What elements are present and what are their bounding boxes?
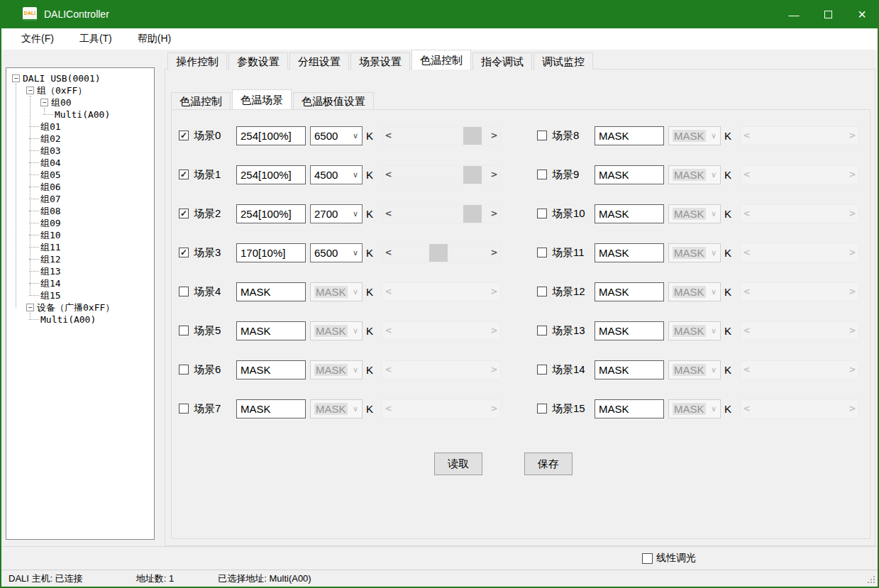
scroll-left-icon[interactable]: < [382, 244, 394, 262]
level-scrollbar[interactable]: <> [740, 360, 859, 379]
menu-item-0[interactable]: 文件(F) [11, 28, 64, 50]
color-temp-select[interactable]: 2700∨ [310, 204, 363, 223]
color-temp-select[interactable]: 4500∨ [310, 165, 363, 184]
tree-item[interactable]: 组04 [6, 157, 154, 169]
scene-level-input[interactable] [595, 321, 664, 340]
scroll-right-icon[interactable]: > [846, 205, 858, 223]
scroll-left-icon[interactable]: < [382, 205, 394, 223]
tree-item[interactable]: 组05 [6, 169, 154, 181]
close-button[interactable]: × [845, 0, 879, 28]
tab-色温控制[interactable]: 色温控制 [411, 50, 471, 70]
scene-checkbox[interactable]: ✓ [179, 170, 189, 179]
scroll-left-icon[interactable]: < [382, 400, 394, 418]
menu-item-1[interactable]: 工具(T) [70, 28, 122, 50]
scrollbar-thumb[interactable] [463, 166, 482, 184]
scrollbar-thumb[interactable] [463, 205, 482, 223]
scroll-right-icon[interactable]: > [488, 205, 500, 223]
tree-item[interactable]: −DALI USB(0001) [6, 72, 154, 84]
tree-collapse-icon[interactable]: − [40, 99, 48, 106]
level-scrollbar[interactable]: <> [740, 243, 859, 262]
scroll-right-icon[interactable]: > [488, 166, 500, 184]
scene-level-input[interactable] [595, 399, 664, 418]
tree-item[interactable]: −组（0xFF） [6, 84, 154, 96]
scene-level-input[interactable] [236, 243, 306, 262]
scene-checkbox[interactable]: ✓ [537, 248, 547, 257]
resize-grip[interactable] [873, 582, 875, 583]
level-scrollbar[interactable]: <> [740, 126, 859, 145]
scroll-left-icon[interactable]: < [741, 244, 753, 262]
scene-level-input[interactable] [595, 126, 664, 145]
scene-checkbox[interactable]: ✓ [179, 248, 189, 257]
color-temp-select[interactable]: MASK∨ [668, 321, 721, 340]
linear-dimming-checkbox[interactable]: ✓ [642, 553, 653, 564]
level-scrollbar[interactable]: <> [382, 126, 501, 145]
scene-level-input[interactable] [236, 321, 306, 340]
tree-item[interactable]: Multi(A00) [6, 314, 154, 326]
level-scrollbar[interactable]: <> [382, 282, 501, 301]
scroll-right-icon[interactable]: > [846, 322, 858, 340]
tree-collapse-icon[interactable]: − [12, 74, 20, 82]
tree-item[interactable]: 组02 [6, 133, 154, 145]
scroll-left-icon[interactable]: < [741, 166, 753, 184]
scroll-right-icon[interactable]: > [488, 283, 500, 301]
scroll-left-icon[interactable]: < [382, 127, 394, 145]
level-scrollbar[interactable]: <> [382, 204, 501, 223]
scene-level-input[interactable] [595, 204, 664, 223]
linear-dimming-option[interactable]: ✓ 线性调光 [642, 552, 696, 565]
tree-item[interactable]: 组13 [6, 265, 154, 277]
scene-checkbox[interactable]: ✓ [537, 209, 547, 218]
subtab-色温场景[interactable]: 色温场景 [232, 89, 292, 109]
scroll-left-icon[interactable]: < [741, 127, 753, 145]
color-temp-select[interactable]: 6500∨ [310, 243, 363, 262]
tree-item[interactable]: 组08 [6, 205, 154, 217]
level-scrollbar[interactable]: <> [382, 243, 501, 262]
scroll-right-icon[interactable]: > [488, 400, 500, 418]
level-scrollbar[interactable]: <> [382, 399, 501, 418]
scene-checkbox[interactable]: ✓ [537, 131, 547, 140]
tree-item[interactable]: 组07 [6, 193, 154, 205]
scroll-right-icon[interactable]: > [846, 166, 858, 184]
scene-checkbox[interactable]: ✓ [179, 131, 189, 140]
tab-操作控制[interactable]: 操作控制 [167, 52, 227, 70]
scroll-left-icon[interactable]: < [741, 283, 753, 301]
scene-level-input[interactable] [236, 399, 306, 418]
tab-场景设置[interactable]: 场景设置 [350, 52, 410, 70]
color-temp-select[interactable]: MASK∨ [310, 282, 363, 301]
tree-item[interactable]: −组00 [6, 96, 154, 109]
tab-分组设置[interactable]: 分组设置 [289, 52, 349, 70]
tab-调试监控[interactable]: 调试监控 [534, 52, 593, 70]
scene-checkbox[interactable]: ✓ [537, 365, 547, 375]
tree-item[interactable]: 组12 [6, 253, 154, 265]
save-button[interactable]: 保存 [524, 453, 573, 475]
level-scrollbar[interactable]: <> [740, 321, 859, 340]
scene-checkbox[interactable]: ✓ [179, 209, 189, 218]
scene-checkbox[interactable]: ✓ [537, 287, 547, 296]
scrollbar-thumb[interactable] [429, 244, 448, 262]
scroll-left-icon[interactable]: < [741, 361, 753, 379]
color-temp-select[interactable]: MASK∨ [668, 282, 721, 301]
tree-item[interactable]: 组11 [6, 241, 154, 253]
scene-level-input[interactable] [595, 165, 664, 184]
level-scrollbar[interactable]: <> [740, 204, 859, 223]
tree-collapse-icon[interactable]: − [26, 304, 34, 311]
scene-level-input[interactable] [595, 243, 664, 262]
tree-collapse-icon[interactable]: − [26, 87, 34, 94]
color-temp-select[interactable]: MASK∨ [310, 360, 363, 379]
minimize-button[interactable]: — [777, 0, 811, 28]
tree-item[interactable]: 组06 [6, 181, 154, 193]
tree-item[interactable]: −设备（广播0xFF） [6, 301, 154, 314]
scene-checkbox[interactable]: ✓ [179, 365, 189, 375]
color-temp-select[interactable]: 6500∨ [310, 126, 363, 145]
scroll-right-icon[interactable]: > [488, 322, 500, 340]
scene-checkbox[interactable]: ✓ [537, 170, 547, 179]
color-temp-select[interactable]: MASK∨ [310, 321, 363, 340]
color-temp-select[interactable]: MASK∨ [310, 399, 363, 418]
scroll-right-icon[interactable]: > [846, 283, 858, 301]
scrollbar-thumb[interactable] [463, 127, 482, 145]
color-temp-select[interactable]: MASK∨ [668, 399, 721, 418]
scene-level-input[interactable] [595, 360, 664, 379]
tab-指令调试[interactable]: 指令调试 [472, 52, 532, 70]
scroll-left-icon[interactable]: < [382, 322, 394, 340]
level-scrollbar[interactable]: <> [382, 360, 501, 379]
tab-参数设置[interactable]: 参数设置 [228, 52, 288, 70]
